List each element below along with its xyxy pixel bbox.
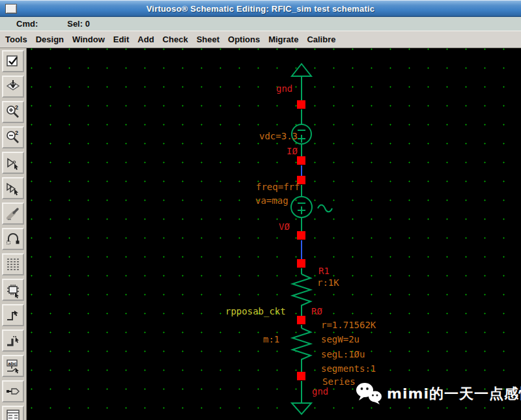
wechat-icon bbox=[356, 382, 383, 406]
label-vsin-va[interactable]: va=mag bbox=[255, 196, 289, 206]
pin-marker[interactable] bbox=[297, 316, 305, 324]
delete-button[interactable] bbox=[2, 203, 24, 225]
pin-marker[interactable] bbox=[297, 100, 305, 109]
label-r1-instance[interactable]: R1 bbox=[318, 266, 330, 276]
label-gnd-top[interactable]: gnd bbox=[276, 84, 292, 94]
copy-icon bbox=[5, 180, 21, 197]
property-button[interactable] bbox=[2, 253, 24, 275]
save-button[interactable] bbox=[2, 76, 24, 98]
label-vdc-instance[interactable]: IØ bbox=[287, 147, 298, 156]
stretch-button[interactable] bbox=[2, 152, 24, 174]
wire-name-button[interactable]: abc bbox=[2, 355, 24, 377]
label-r0-m[interactable]: m:1 bbox=[263, 335, 279, 344]
wire-narrow-button[interactable] bbox=[2, 304, 24, 326]
window-menu-button[interactable] bbox=[5, 4, 17, 14]
menubar: Tools Design Window Edit Add Check Sheet… bbox=[0, 31, 521, 48]
svg-text:2: 2 bbox=[15, 130, 18, 136]
cmd-options-button[interactable] bbox=[2, 406, 24, 420]
label-r0-r[interactable]: r=1.71562K bbox=[321, 320, 376, 330]
undo-button[interactable] bbox=[2, 228, 24, 250]
pin-marker[interactable] bbox=[297, 259, 305, 268]
window-title: Virtuoso® Schematic Editing: RFIC_sim te… bbox=[147, 4, 375, 14]
menu-check[interactable]: Check bbox=[163, 35, 188, 44]
menu-migrate[interactable]: Migrate bbox=[268, 35, 298, 44]
label-r1-value[interactable]: r:1K bbox=[317, 278, 339, 288]
label-r0-instance[interactable]: RØ bbox=[311, 307, 322, 316]
chip-icon bbox=[5, 281, 21, 298]
stretch-icon bbox=[5, 154, 21, 171]
schematic-canvas[interactable]: gnd vdc=3.3 IØ freq=frf va=mag VØ R1 r:1… bbox=[27, 48, 521, 420]
property-sheet-icon bbox=[5, 256, 21, 273]
pin-marker[interactable] bbox=[297, 156, 305, 165]
label-r0-series[interactable]: Series bbox=[322, 377, 356, 387]
menu-tools[interactable]: Tools bbox=[5, 35, 27, 44]
copy-button[interactable] bbox=[2, 177, 24, 199]
menu-calibre[interactable]: Calibre bbox=[307, 35, 335, 44]
menu-edit[interactable]: Edit bbox=[113, 35, 130, 44]
instance-button[interactable] bbox=[2, 279, 24, 301]
sel-count: Sel: 0 bbox=[67, 19, 90, 29]
watermark: mimi的一天一点感悟 bbox=[356, 382, 521, 406]
menu-sheet[interactable]: Sheet bbox=[197, 35, 219, 44]
statusbar: Cmd: Sel: 0 bbox=[0, 17, 521, 31]
resistor-r1-symbol[interactable] bbox=[292, 268, 311, 316]
gnd-symbol-top[interactable] bbox=[292, 64, 311, 100]
sine-wave-icon bbox=[318, 205, 332, 212]
form-icon bbox=[5, 408, 21, 420]
pin-icon bbox=[5, 383, 21, 400]
zoom-in-2x-button[interactable]: 2 bbox=[2, 101, 24, 123]
wire-narrow-icon bbox=[5, 307, 21, 324]
label-r0-segw[interactable]: segW=2u bbox=[321, 335, 359, 344]
resistor-r0-symbol[interactable] bbox=[292, 325, 311, 372]
zoom-out-2x-button[interactable]: 2 bbox=[2, 126, 24, 148]
pin-button[interactable] bbox=[2, 380, 24, 402]
cmd-label: Cmd: bbox=[16, 19, 38, 29]
label-vsin-instance[interactable]: VØ bbox=[279, 222, 290, 232]
menu-add[interactable]: Add bbox=[137, 35, 154, 44]
menu-window[interactable]: Window bbox=[72, 35, 105, 44]
svg-text:abc: abc bbox=[8, 361, 17, 367]
undo-arc-icon bbox=[5, 231, 21, 247]
save-icon bbox=[5, 78, 21, 95]
pin-marker[interactable] bbox=[297, 372, 305, 380]
wire-wide-icon bbox=[5, 332, 21, 349]
wire-wide-button[interactable] bbox=[2, 329, 24, 352]
virtuoso-window: Virtuoso® Schematic Editing: RFIC_sim te… bbox=[0, 0, 521, 420]
gnd-symbol-bottom[interactable] bbox=[292, 381, 311, 414]
svg-text:2: 2 bbox=[15, 104, 18, 111]
toolbar: 2 2 bbox=[0, 48, 27, 420]
pin-marker[interactable] bbox=[297, 231, 305, 240]
zoom-out-icon: 2 bbox=[5, 129, 21, 146]
check-mark-icon bbox=[5, 53, 21, 70]
label-gnd-bottom[interactable]: gnd bbox=[312, 387, 328, 397]
label-vdc-param[interactable]: vdc=3.3 bbox=[259, 132, 298, 141]
label-subckt-name[interactable]: rpposab_ckt bbox=[225, 307, 286, 316]
label-r0-segments[interactable]: segments:1 bbox=[321, 364, 376, 374]
titlebar: Virtuoso® Schematic Editing: RFIC_sim te… bbox=[0, 0, 521, 17]
watermark-text: mimi的一天一点感悟 bbox=[387, 384, 521, 404]
zoom-in-icon: 2 bbox=[5, 104, 21, 120]
label-r0-segl[interactable]: segL:1Øu bbox=[321, 350, 365, 359]
schematic-drawing bbox=[27, 48, 521, 420]
eraser-icon bbox=[5, 205, 21, 222]
check-and-save-button[interactable] bbox=[2, 50, 24, 72]
label-vsin-freq[interactable]: freq=frf bbox=[256, 182, 300, 192]
menu-design[interactable]: Design bbox=[36, 35, 64, 44]
wire-name-abc-icon: abc bbox=[5, 357, 21, 374]
menu-options[interactable]: Options bbox=[228, 35, 260, 44]
